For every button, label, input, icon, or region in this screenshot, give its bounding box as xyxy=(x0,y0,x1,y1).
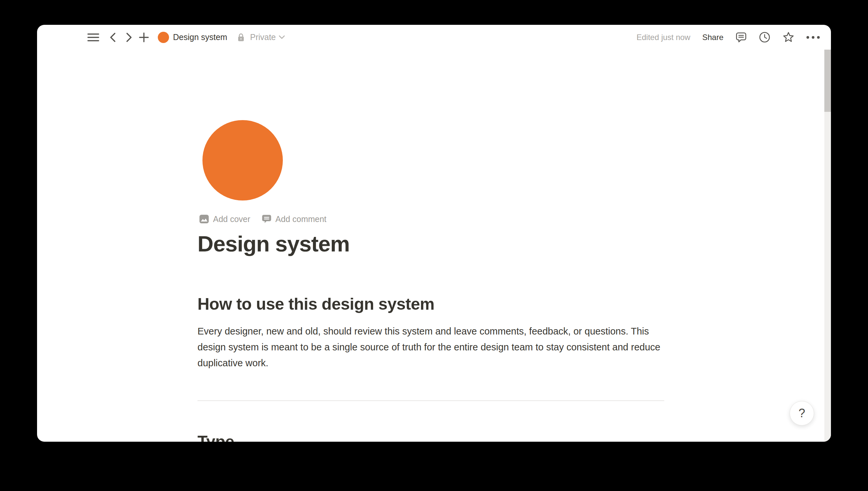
ellipsis-icon xyxy=(806,36,820,39)
favorite-button[interactable] xyxy=(782,31,795,43)
topbar: Design system Private Edited just now Sh… xyxy=(37,25,831,50)
page-icon-orange-circle[interactable] xyxy=(203,120,283,201)
chevron-left-icon xyxy=(109,32,116,43)
scrollbar-thumb[interactable] xyxy=(824,50,831,112)
comment-bubble-icon xyxy=(735,31,747,43)
edited-status: Edited just now xyxy=(636,33,690,42)
scrollbar-track[interactable] xyxy=(824,50,831,442)
section-heading[interactable]: How to use this design system xyxy=(198,293,434,315)
topbar-right-actions: Edited just now Share xyxy=(636,31,820,43)
hamburger-menu-icon xyxy=(87,33,99,42)
chevron-down-icon[interactable] xyxy=(278,35,285,39)
share-button[interactable]: Share xyxy=(702,33,723,42)
desktop-background: Design system Private Edited just now Sh… xyxy=(0,0,868,491)
breadcrumb-page-title[interactable]: Design system xyxy=(173,32,227,42)
page-header-actions: Add cover Add comment xyxy=(199,214,327,224)
page-emoji-orange-circle-icon[interactable] xyxy=(158,32,169,43)
comment-filled-icon xyxy=(262,214,272,224)
section-heading-type[interactable]: Type xyxy=(198,431,234,442)
add-cover-button[interactable]: Add cover xyxy=(199,214,250,224)
add-comment-button[interactable]: Add comment xyxy=(262,214,327,224)
more-options-button[interactable] xyxy=(806,36,820,39)
new-page-button[interactable] xyxy=(138,31,150,44)
lock-icon xyxy=(237,32,245,42)
divider xyxy=(198,400,664,401)
image-icon xyxy=(199,214,209,224)
comments-button[interactable] xyxy=(735,31,747,43)
chevron-right-icon xyxy=(125,32,133,43)
add-comment-label: Add comment xyxy=(275,214,327,224)
add-cover-label: Add cover xyxy=(213,214,250,224)
forward-button[interactable] xyxy=(125,32,133,43)
star-icon xyxy=(782,31,795,43)
updates-button[interactable] xyxy=(759,31,771,43)
page-title[interactable]: Design system xyxy=(198,231,350,257)
back-button[interactable] xyxy=(109,32,116,43)
help-button[interactable]: ? xyxy=(789,401,814,426)
sidebar-toggle-button[interactable] xyxy=(87,33,99,42)
plus-icon xyxy=(138,31,150,44)
body-paragraph[interactable]: Every designer, new and old, should revi… xyxy=(198,323,670,371)
clock-icon xyxy=(759,31,771,43)
notion-window: Design system Private Edited just now Sh… xyxy=(37,25,831,442)
privacy-label[interactable]: Private xyxy=(250,32,276,42)
